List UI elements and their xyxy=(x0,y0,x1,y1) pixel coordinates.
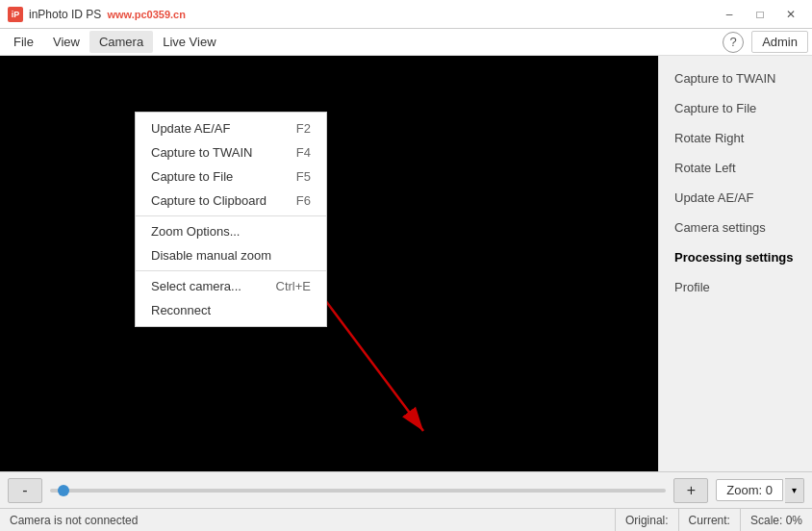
zoom-slider-track[interactable] xyxy=(50,489,666,493)
separator-1 xyxy=(136,215,326,216)
menu-select-camera-label: Select camera... xyxy=(151,279,241,293)
menu-capture-file[interactable]: Capture to File F5 xyxy=(136,164,326,189)
scale-label: Scale: 0% xyxy=(741,509,812,531)
menu-reconnect-label: Reconnect xyxy=(151,303,211,317)
sidebar-rotate-right[interactable]: Rotate Right xyxy=(659,123,812,153)
menu-capture-clipboard-shortcut: F6 xyxy=(296,193,311,208)
menu-capture-twain-label: Capture to TWAIN xyxy=(151,145,252,160)
sidebar-capture-file[interactable]: Capture to File xyxy=(659,93,812,123)
menu-update-ae-af-shortcut: F2 xyxy=(296,121,311,136)
app-icon: iP xyxy=(8,7,23,22)
menu-update-ae-af-label: Update AE/AF xyxy=(151,121,230,136)
arrow-overlay xyxy=(0,56,658,471)
menu-item-liveview[interactable]: Live View xyxy=(153,31,225,53)
menu-select-camera[interactable]: Select camera... Ctrl+E xyxy=(136,274,326,298)
menu-capture-twain-shortcut: F4 xyxy=(296,145,311,160)
camera-area: Update AE/AF F2 Capture to TWAIN F4 Capt… xyxy=(0,56,658,471)
sidebar-processing-settings[interactable]: Processing settings xyxy=(659,242,812,272)
sidebar-update-ae-af[interactable]: Update AE/AF xyxy=(659,183,812,213)
menu-capture-clipboard-label: Capture to Clipboard xyxy=(151,193,266,208)
original-label: Original: xyxy=(616,509,679,531)
dropdown-menu: Update AE/AF F2 Capture to TWAIN F4 Capt… xyxy=(135,112,327,327)
title-bar-controls: – □ ✕ xyxy=(716,5,804,24)
menu-zoom-options[interactable]: Zoom Options... xyxy=(136,219,326,243)
menu-item-camera[interactable]: Camera xyxy=(89,31,153,53)
menu-capture-twain[interactable]: Capture to TWAIN F4 xyxy=(136,140,326,164)
sidebar-capture-twain[interactable]: Capture to TWAIN xyxy=(659,63,812,93)
title-bar-left: iP inPhoto ID PS www.pc0359.cn xyxy=(8,7,186,22)
zoom-minus-button[interactable]: - xyxy=(8,478,42,503)
watermark-text: www.pc0359.cn xyxy=(107,9,186,20)
main-layout: Update AE/AF F2 Capture to TWAIN F4 Capt… xyxy=(0,56,812,471)
menu-bar: File View Camera Live View ? Admin xyxy=(0,29,812,56)
zoom-slider-thumb[interactable] xyxy=(58,485,69,496)
connection-status: Camera is not connected xyxy=(0,509,616,531)
menu-item-view[interactable]: View xyxy=(43,31,89,53)
right-sidebar: Capture to TWAIN Capture to File Rotate … xyxy=(658,56,812,471)
zoom-plus-button[interactable]: + xyxy=(673,478,708,503)
app-title: inPhoto ID PS xyxy=(29,8,101,21)
maximize-button[interactable]: □ xyxy=(747,5,774,24)
close-button[interactable]: ✕ xyxy=(777,5,804,24)
zoom-slider-container xyxy=(50,478,666,503)
menu-bar-right: ? Admin xyxy=(723,31,808,53)
zoom-value-display: Zoom: 0 xyxy=(716,479,783,501)
help-button[interactable]: ? xyxy=(723,32,744,53)
zoom-value-group: Zoom: 0 ▾ xyxy=(716,478,804,503)
sidebar-profile[interactable]: Profile xyxy=(659,272,812,302)
menu-select-camera-shortcut: Ctrl+E xyxy=(276,279,311,293)
sidebar-camera-settings[interactable]: Camera settings xyxy=(659,213,812,242)
menu-reconnect[interactable]: Reconnect xyxy=(136,298,326,322)
menu-capture-clipboard[interactable]: Capture to Clipboard F6 xyxy=(136,189,326,213)
menu-update-ae-af[interactable]: Update AE/AF F2 xyxy=(136,116,326,140)
menu-capture-file-label: Capture to File xyxy=(151,169,233,184)
menu-zoom-options-label: Zoom Options... xyxy=(151,224,240,239)
menu-item-file[interactable]: File xyxy=(4,31,43,53)
menu-disable-manual-zoom[interactable]: Disable manual zoom xyxy=(136,243,326,267)
title-bar: iP inPhoto ID PS www.pc0359.cn – □ ✕ xyxy=(0,0,812,29)
current-label: Current: xyxy=(679,509,741,531)
admin-button[interactable]: Admin xyxy=(751,31,808,53)
separator-2 xyxy=(136,270,326,271)
minimize-button[interactable]: – xyxy=(716,5,743,24)
menu-capture-file-shortcut: F5 xyxy=(296,169,311,184)
bottom-toolbar: - + Zoom: 0 ▾ xyxy=(0,471,812,508)
menu-disable-manual-zoom-label: Disable manual zoom xyxy=(151,248,271,263)
status-bar: Camera is not connected Original: Curren… xyxy=(0,508,812,531)
zoom-dropdown-button[interactable]: ▾ xyxy=(785,478,804,503)
sidebar-rotate-left[interactable]: Rotate Left xyxy=(659,153,812,183)
